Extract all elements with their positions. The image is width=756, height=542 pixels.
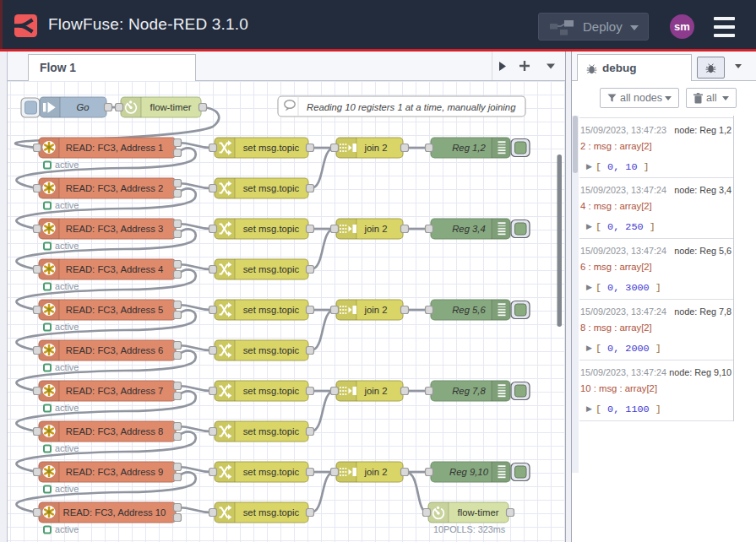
svg-text:READ: FC3, Address 1: READ: FC3, Address 1 — [66, 143, 164, 153]
svg-text:READ: FC3, Address 6: READ: FC3, Address 6 — [66, 345, 164, 355]
svg-text:join 2: join 2 — [363, 386, 387, 396]
svg-text:active: active — [55, 443, 79, 453]
svg-text:set msg.topic: set msg.topic — [243, 264, 300, 274]
svg-text:Reg 1,2: Reg 1,2 — [452, 143, 486, 153]
svg-text:10POLLS: 323ms: 10POLLS: 323ms — [433, 524, 506, 534]
svg-text:Reg 5,6: Reg 5,6 — [452, 305, 486, 315]
svg-text:set msg.topic: set msg.topic — [243, 183, 300, 193]
svg-text:set msg.topic: set msg.topic — [243, 507, 300, 518]
svg-text:active: active — [55, 322, 79, 332]
svg-text:Reg 7,8: Reg 7,8 — [452, 386, 486, 396]
svg-text:join 2: join 2 — [363, 143, 387, 153]
svg-text:active: active — [55, 362, 79, 372]
svg-text:set msg.topic: set msg.topic — [243, 305, 300, 315]
svg-text:active: active — [55, 160, 79, 170]
svg-text:Go: Go — [76, 102, 89, 112]
svg-text:active: active — [55, 484, 79, 494]
svg-text:set msg.topic: set msg.topic — [243, 345, 300, 355]
svg-text:READ: FC3, Address 10: READ: FC3, Address 10 — [63, 507, 166, 518]
svg-text:flow-timer: flow-timer — [458, 507, 499, 518]
svg-text:Reading 10 registers 1 at a ti: Reading 10 registers 1 at a time, manual… — [307, 102, 516, 112]
svg-text:READ: FC3, Address 9: READ: FC3, Address 9 — [66, 467, 164, 477]
svg-text:set msg.topic: set msg.topic — [243, 224, 300, 234]
svg-text:flow-timer: flow-timer — [150, 102, 192, 112]
svg-text:active: active — [55, 200, 79, 210]
svg-text:active: active — [55, 403, 79, 413]
svg-text:READ: FC3, Address 3: READ: FC3, Address 3 — [66, 224, 164, 234]
svg-text:READ: FC3, Address 7: READ: FC3, Address 7 — [66, 386, 164, 396]
svg-text:join 2: join 2 — [363, 467, 387, 477]
svg-text:join 2: join 2 — [363, 224, 387, 234]
svg-text:active: active — [55, 524, 79, 534]
svg-text:set msg.topic: set msg.topic — [243, 143, 300, 153]
svg-text:active: active — [55, 241, 79, 251]
svg-text:set msg.topic: set msg.topic — [243, 426, 300, 436]
svg-text:set msg.topic: set msg.topic — [243, 386, 300, 396]
svg-text:READ: FC3, Address 2: READ: FC3, Address 2 — [66, 183, 164, 193]
svg-text:READ: FC3, Address 5: READ: FC3, Address 5 — [66, 305, 164, 315]
svg-text:join 2: join 2 — [363, 305, 387, 315]
svg-text:Reg 3,4: Reg 3,4 — [452, 224, 486, 234]
svg-text:active: active — [55, 281, 79, 291]
svg-text:READ: FC3, Address 8: READ: FC3, Address 8 — [66, 426, 164, 436]
svg-text:Reg 9,10: Reg 9,10 — [449, 467, 489, 477]
svg-text:READ: FC3, Address 4: READ: FC3, Address 4 — [66, 264, 164, 274]
svg-text:set msg.topic: set msg.topic — [243, 467, 300, 477]
